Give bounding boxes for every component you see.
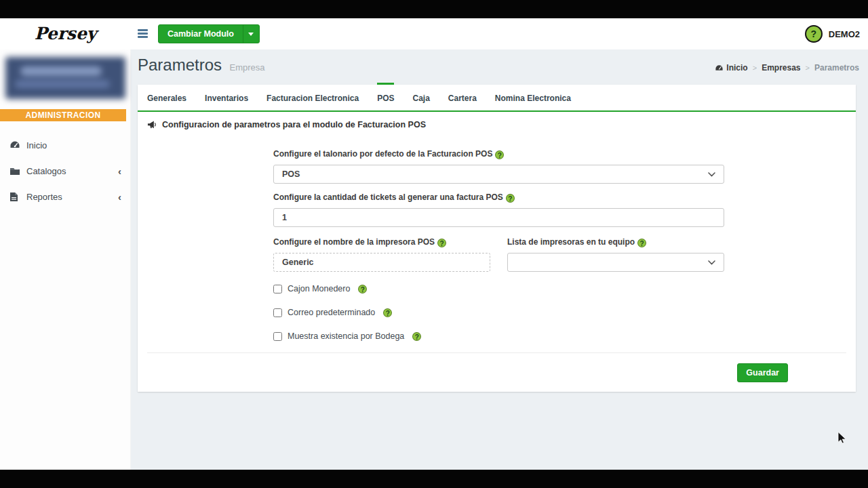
tab-cartera[interactable]: Cartera [448,83,477,110]
printer-row: Configure el nombre de la impresora POS?… [273,237,724,272]
page-header: Parametros Empresa [138,56,265,75]
selected-value: POS [282,169,300,179]
card-footer-divider [147,352,846,353]
muestra-existencia-checkbox[interactable] [273,332,282,341]
breadcrumb-current: Parametros [814,63,859,73]
breadcrumb-label: Inicio [726,63,747,73]
user-name: DEMO2 [829,29,860,39]
change-module-button[interactable]: Cambiar Modulo [158,24,260,43]
field-label-text: Configure el nombre de la impresora POS [273,237,435,247]
sidebar-item-catalogos[interactable]: Catalogos ‹ [0,158,131,184]
field-label: Lista de impresoras en tu equipo? [507,237,724,247]
field-impresora: Configure el nombre de la impresora POS? [273,237,490,272]
sidebar-toggle-icon[interactable] [137,28,149,39]
breadcrumb-label: Empresas [762,63,800,73]
talonario-select[interactable]: POS [273,165,724,184]
pos-settings-form: Configure el talonario por defecto de la… [273,149,724,355]
sidebar-menu: Inicio Catalogos ‹ Reportes ‹ [0,132,131,209]
tab-generales[interactable]: Generales [147,83,186,110]
sidebar: ADMINISTRACION Inicio Catalogos ‹ Report… [0,49,131,470]
chevron-down-icon [708,172,715,177]
bottom-black-bar [0,470,868,488]
printer-name-input[interactable] [273,253,490,272]
save-button[interactable]: Guardar [737,363,788,382]
checkbox-cajon-monedero: Cajon Monedero? [273,284,724,293]
chevron-down-icon [708,260,715,265]
breadcrumb-separator: > [806,64,810,72]
user-avatar[interactable]: ? [805,25,823,43]
field-talonario: Configure el talonario por defecto de la… [273,149,724,184]
field-label-text: Lista de impresoras en tu equipo [507,237,635,247]
checkbox-label: Correo predeterminado [288,308,375,317]
help-icon[interactable]: ? [495,150,504,159]
field-label: Configure el talonario por defecto de la… [273,149,724,159]
printer-list-select[interactable] [507,253,724,272]
sidebar-item-inicio[interactable]: Inicio [0,132,131,158]
sidebar-item-label: Inicio [26,140,47,150]
field-tickets: Configure la cantidad de tickets al gene… [273,192,724,227]
change-module-dropdown[interactable] [243,25,259,43]
page-subtitle: Empresa [230,62,265,73]
megaphone-icon [147,120,157,129]
caret-down-icon [248,33,254,36]
report-file-icon [9,191,20,202]
help-icon[interactable]: ? [506,194,515,203]
help-icon[interactable]: ? [383,308,392,317]
sidebar-item-reportes[interactable]: Reportes ‹ [0,184,131,209]
field-label: Configure el nombre de la impresora POS? [273,237,490,247]
app-header: Persey Cambiar Modulo ? DEMO2 [0,18,868,49]
tab-caja[interactable]: Caja [412,83,429,110]
breadcrumb-inicio[interactable]: Inicio [715,63,747,73]
page-title: Parametros [138,56,222,74]
tab-bar: Generales Inventarios Facturacion Electr… [138,85,856,112]
content-area: Parametros Empresa Inicio > Empresas > P… [131,49,868,470]
checkbox-muestra-existencia: Muestra existencia por Bodega? [273,331,724,341]
panel-heading: Configuracion de parametros para el modu… [147,120,426,129]
help-icon[interactable]: ? [412,332,421,341]
sidebar-section-header: ADMINISTRACION [0,109,126,121]
field-label-text: Configure la cantidad de tickets al gene… [273,192,503,202]
help-icon[interactable]: ? [437,239,446,247]
checkbox-label: Cajon Monedero [288,284,350,293]
company-logo-blurred [5,57,125,99]
tickets-input[interactable] [273,208,724,227]
checkbox-label: Muestra existencia por Bodega [288,331,404,341]
field-label-text: Configure el talonario por defecto de la… [273,149,492,159]
tab-nomina-electronica[interactable]: Nomina Electronica [495,83,571,110]
checkbox-correo-predeterminado: Correo predeterminado? [273,308,724,317]
cajon-monedero-checkbox[interactable] [273,285,282,293]
tab-pos[interactable]: POS [377,83,394,110]
folder-icon [9,165,20,176]
tachometer-icon [9,140,20,150]
correo-predeterminado-checkbox[interactable] [273,308,282,317]
tab-inventarios[interactable]: Inventarios [205,83,248,110]
tab-facturacion-electronica[interactable]: Facturacion Electronica [267,83,359,110]
parameters-card: Generales Inventarios Facturacion Electr… [138,85,856,392]
chevron-left-icon: ‹ [118,192,121,202]
breadcrumb-separator: > [753,64,757,72]
help-icon[interactable]: ? [637,239,646,247]
user-menu[interactable]: ? DEMO2 [805,18,860,49]
field-lista-impresoras: Lista de impresoras en tu equipo? [507,237,724,272]
field-label: Configure la cantidad de tickets al gene… [273,192,724,203]
breadcrumb: Inicio > Empresas > Parametros [715,63,859,73]
persey-logo: Persey [0,18,131,49]
sidebar-item-label: Reportes [26,192,62,202]
panel-heading-text: Configuracion de parametros para el modu… [162,120,426,129]
breadcrumb-empresas[interactable]: Empresas [762,63,800,73]
home-dashboard-icon [715,64,724,72]
help-icon[interactable]: ? [358,285,367,293]
chevron-left-icon: ‹ [118,166,121,176]
checkbox-group: Cajon Monedero? Correo predeterminado? M… [273,284,724,341]
top-black-bar [0,0,868,18]
sidebar-item-label: Catalogos [26,166,66,176]
change-module-label[interactable]: Cambiar Modulo [159,25,243,43]
